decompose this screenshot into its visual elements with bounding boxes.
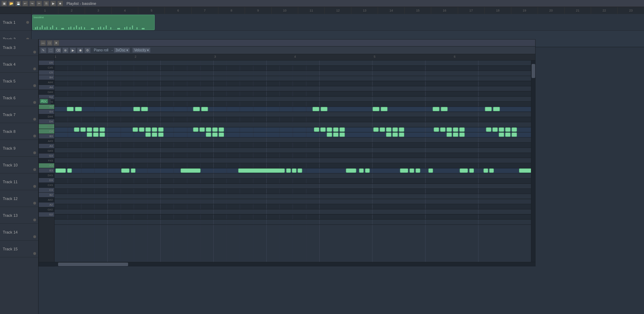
piano-key-e3[interactable]: E3 bbox=[39, 168, 54, 173]
track-knob-13[interactable] bbox=[33, 219, 36, 221]
pattern-block-1[interactable]: bassline bbox=[32, 15, 155, 30]
scrollbar-thumb-v[interactable] bbox=[532, 64, 535, 78]
svg-rect-168 bbox=[410, 169, 414, 173]
pr-mode-dropdown[interactable]: Velocity ▾ bbox=[132, 48, 150, 53]
piano-key-g3[interactable]: G3 bbox=[39, 154, 54, 158]
track-label-3[interactable]: Track 3 bbox=[0, 39, 38, 56]
track-knob-3[interactable] bbox=[33, 51, 36, 53]
redo-btn[interactable]: ↪ bbox=[29, 1, 35, 6]
piano-roll-scrollbar-v[interactable] bbox=[531, 60, 535, 262]
timeline-mark: 1 bbox=[31, 7, 58, 14]
track-label-4[interactable]: Track 4 bbox=[0, 56, 38, 73]
svg-rect-93 bbox=[373, 107, 379, 111]
new-btn[interactable]: ▣ bbox=[1, 1, 7, 6]
open-btn[interactable]: 📂 bbox=[8, 1, 14, 6]
beat-label-4: 4 bbox=[294, 55, 296, 58]
piano-key-e4[interactable]: E4 bbox=[39, 109, 54, 114]
svg-rect-157 bbox=[121, 169, 129, 173]
track-label-9[interactable]: Track 9 bbox=[0, 140, 38, 157]
piano-key-as3[interactable]: A#3 bbox=[39, 139, 54, 144]
pr-record-tool[interactable]: ⏺ bbox=[77, 48, 83, 53]
pr-select-tool[interactable]: ⬚ bbox=[48, 48, 54, 53]
track-knob-8[interactable] bbox=[33, 135, 36, 137]
piano-key-b4[interactable]: B4 bbox=[39, 75, 54, 80]
track-label-11[interactable]: Track 11 bbox=[0, 173, 38, 190]
scrollbar-thumb-h[interactable] bbox=[58, 263, 128, 266]
track-knob-1[interactable] bbox=[26, 21, 29, 24]
track-knob-12[interactable] bbox=[33, 202, 36, 205]
track-label-5[interactable]: Track 5 bbox=[0, 73, 38, 90]
piano-key-as2[interactable]: A#2 bbox=[39, 198, 54, 202]
undo-btn[interactable]: ↩ bbox=[22, 1, 28, 6]
svg-rect-137 bbox=[393, 133, 398, 137]
svg-rect-147 bbox=[486, 128, 491, 132]
pr-draw-tool[interactable]: ✎ bbox=[40, 48, 47, 53]
track-knob-6[interactable] bbox=[33, 101, 36, 104]
piano-key-c5[interactable]: C5 bbox=[39, 70, 54, 75]
track-knob-4[interactable] bbox=[33, 67, 36, 70]
piano-key-f4[interactable]: F4 bbox=[39, 105, 54, 109]
track-label-13[interactable]: Track 13 bbox=[0, 207, 38, 224]
pr-close-btn[interactable]: ✕ bbox=[54, 40, 59, 46]
track-label-6[interactable]: Track 6 bbox=[0, 90, 38, 106]
play-btn[interactable]: ▶ bbox=[50, 1, 56, 6]
svg-rect-103 bbox=[100, 128, 105, 132]
svg-rect-113 bbox=[152, 133, 157, 137]
piano-key-gs3[interactable]: G#3 bbox=[39, 149, 54, 154]
pr-max-btn[interactable]: □ bbox=[47, 40, 52, 46]
copy-btn[interactable]: ⎘ bbox=[43, 1, 49, 6]
piano-roll-scrollbar-h[interactable] bbox=[39, 262, 535, 266]
svg-rect-28 bbox=[136, 27, 138, 29]
track-label-1[interactable]: Track 1 bbox=[0, 14, 31, 31]
svg-rect-165 bbox=[359, 169, 363, 173]
track-label-7[interactable]: Track 7 bbox=[0, 106, 38, 123]
piano-key-ds3[interactable]: D#3 bbox=[39, 173, 54, 178]
piano-key-gs4[interactable]: G#4 bbox=[39, 90, 54, 95]
track-knob-14[interactable] bbox=[33, 235, 36, 238]
pr-min-btn[interactable]: — bbox=[40, 40, 46, 46]
piano-key-ds4[interactable]: D#4 bbox=[39, 114, 54, 119]
track-row-1[interactable]: bassline bbox=[31, 14, 644, 31]
pr-play-tool[interactable]: ▶ bbox=[70, 48, 76, 53]
save-btn[interactable]: 💾 bbox=[15, 1, 21, 6]
piano-key-cs4[interactable]: C#4 bbox=[39, 124, 54, 129]
cut-btn[interactable]: ✂ bbox=[36, 1, 42, 6]
track-knob-15[interactable] bbox=[33, 252, 36, 255]
track-label-12[interactable]: Track 12 bbox=[0, 190, 38, 207]
track-label-10[interactable]: Track 10 bbox=[0, 157, 38, 173]
piano-key-b2[interactable]: B2 bbox=[39, 193, 54, 198]
pr-erase-tool[interactable]: ⌫ bbox=[55, 48, 61, 53]
piano-key-d3[interactable]: D3 bbox=[39, 178, 54, 183]
piano-key-c4[interactable]: C4 bbox=[39, 129, 54, 134]
piano-key-a4[interactable]: A4 bbox=[39, 85, 54, 90]
svg-rect-18 bbox=[98, 27, 99, 29]
piano-key-d4[interactable]: D4 bbox=[39, 119, 54, 124]
track-knob-5[interactable] bbox=[33, 84, 36, 87]
track-label-14[interactable]: Track 14 bbox=[0, 224, 38, 241]
track-label-15[interactable]: Track 15 bbox=[0, 241, 38, 257]
track-knob-9[interactable] bbox=[33, 151, 36, 154]
piano-key-as4[interactable]: A#4 bbox=[39, 80, 54, 85]
pr-instrument-dropdown[interactable]: 3xOsc ▾ bbox=[114, 48, 130, 53]
piano-key-cs3[interactable]: C#3 bbox=[39, 183, 54, 188]
track-knob-7[interactable] bbox=[33, 118, 36, 121]
piano-key-d5[interactable]: D5 bbox=[39, 60, 54, 65]
pr-zoom-tool[interactable]: ⊕ bbox=[62, 48, 69, 53]
piano-key-gs2[interactable]: G#2 bbox=[39, 207, 54, 212]
pr-settings-tool[interactable]: ⚙ bbox=[84, 48, 91, 53]
piano-roll-toolbar: ✎ ⬚ ⌫ ⊕ ▶ ⏺ ⚙ Piano roll - 3xOsc ▾ Veloc… bbox=[39, 47, 535, 54]
stop-btn[interactable]: ■ bbox=[57, 1, 63, 6]
svg-rect-96 bbox=[441, 107, 447, 111]
track-knob-10[interactable] bbox=[33, 168, 36, 171]
pr-title-label: Piano roll bbox=[94, 48, 108, 52]
track-label-8[interactable]: Track 8 bbox=[0, 123, 38, 140]
piano-key-c3[interactable]: C3 bbox=[39, 188, 54, 193]
piano-key-b3[interactable]: B3 bbox=[39, 134, 54, 139]
piano-key-f3[interactable]: F3 bbox=[39, 163, 54, 168]
track-knob-11[interactable] bbox=[33, 185, 36, 188]
piano-key-cs5[interactable]: C#5 bbox=[39, 65, 54, 70]
piano-key-a2[interactable]: A2 bbox=[39, 202, 54, 207]
piano-key-fs3[interactable]: F#3 bbox=[39, 158, 54, 163]
piano-key-a3[interactable]: A3 bbox=[39, 144, 54, 149]
piano-key-g2[interactable]: G2 bbox=[39, 212, 54, 217]
